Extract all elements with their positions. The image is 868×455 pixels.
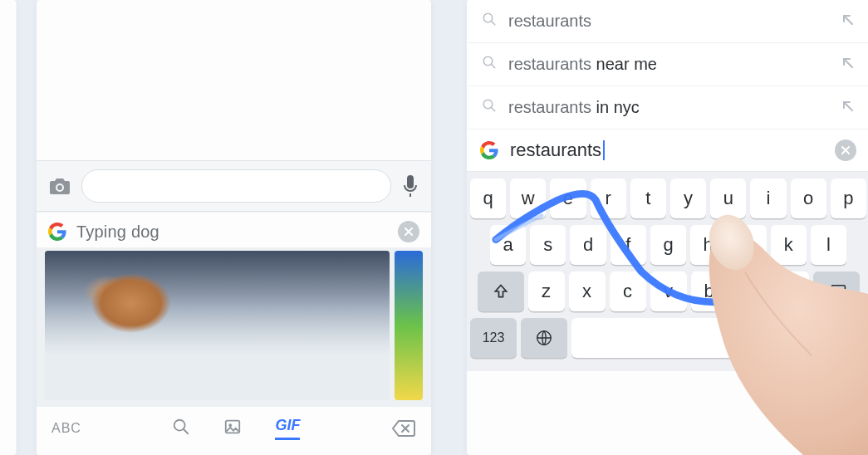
key-o[interactable]: o [791,179,826,218]
key-u[interactable]: u [710,179,746,218]
message-input-bar [37,160,431,212]
insert-arrow-icon[interactable] [841,55,855,74]
key-search[interactable]: search [778,318,866,358]
svg-line-9 [491,107,495,111]
key-q[interactable]: q [470,179,506,218]
insert-arrow-icon[interactable] [841,12,855,31]
phone-sliver [0,0,17,455]
key-m[interactable]: m [772,272,809,311]
search-input-value: restaurants [510,139,601,161]
search-tab-icon[interactable] [172,418,190,439]
chat-area [37,0,431,160]
key-backspace[interactable] [813,272,860,311]
search-icon [482,98,497,117]
backspace-icon[interactable] [391,419,416,438]
bottom-tabs: GIF [81,417,391,440]
key-x[interactable]: x [569,272,606,311]
key-j[interactable]: j [730,225,766,265]
abc-tab[interactable]: ABC [51,421,81,436]
gif-results-strip [37,247,431,407]
svg-line-1 [184,429,189,434]
clear-search-button[interactable] [398,221,419,242]
suggestion-row-1[interactable]: restaurants near me [467,43,868,86]
gif-tab[interactable]: GIF [275,417,300,440]
key-k[interactable]: k [771,225,807,265]
google-logo-icon[interactable] [48,223,66,241]
key-d[interactable]: d [570,225,606,265]
key-p[interactable]: p [831,179,866,218]
key-f[interactable]: f [611,225,646,265]
key-v[interactable]: v [650,272,687,311]
key-space[interactable] [571,318,774,358]
key-c[interactable]: c [610,272,646,311]
mic-icon[interactable] [401,174,419,198]
key-a[interactable]: a [490,225,526,265]
svg-line-7 [491,64,495,68]
key-z[interactable]: z [528,272,565,311]
search-icon [482,55,497,74]
key-shift[interactable] [478,272,524,311]
gboard-panel: Typing dog ABC GIF [37,212,431,455]
key-globe[interactable] [521,318,567,358]
key-n[interactable]: n [732,272,768,311]
key-i[interactable]: i [750,179,786,218]
gif-search-row: Typing dog [37,213,431,247]
keyboard-row-1: q w e r t y u i o p [470,179,866,218]
key-g[interactable]: g [650,225,686,265]
suggestion-text: restaurants [508,12,591,31]
suggestion-text: restaurants near me [508,55,657,74]
suggestion-row-2[interactable]: restaurants in nyc [467,86,868,130]
key-e[interactable]: e [550,179,586,218]
key-b[interactable]: b [691,272,728,311]
gif-result-1[interactable] [45,251,390,400]
search-input[interactable]: restaurants [510,139,823,161]
search-suggestions: restaurants restaurants near me restaura… [467,0,868,130]
suggestion-row-0[interactable]: restaurants [467,0,868,43]
gif-search-text[interactable]: Typing dog [76,223,388,242]
image-tab-icon[interactable] [223,418,242,439]
google-logo-icon [480,141,498,159]
qwerty-keyboard: q w e r t y u i o p a s d f g h j k l z [467,172,868,371]
key-s[interactable]: s [530,225,566,265]
key-123[interactable]: 123 [470,318,517,358]
phone-search-keyboard: restaurants restaurants near me restaura… [467,0,868,455]
keyboard-row-4: 123 search [470,318,866,358]
insert-arrow-icon[interactable] [841,98,855,117]
clear-search-button[interactable] [835,139,856,161]
key-t[interactable]: t [630,179,666,218]
svg-line-5 [491,21,495,25]
key-r[interactable]: r [591,179,626,218]
google-search-bar[interactable]: restaurants [467,130,868,172]
search-icon [482,12,497,31]
key-l[interactable]: l [811,225,846,265]
svg-point-3 [229,423,233,427]
gif-result-2[interactable] [395,251,423,400]
message-text-input[interactable] [81,169,391,203]
gboard-bottom-bar: ABC GIF [37,407,431,455]
key-w[interactable]: w [510,179,546,218]
phone-gif-search: Typing dog ABC GIF [37,0,431,455]
keyboard-row-2: a s d f g h j k l [470,225,866,265]
key-y[interactable]: y [670,179,706,218]
suggestion-text: restaurants in nyc [508,98,640,117]
camera-icon[interactable] [48,176,71,196]
keyboard-row-3: z x c v b n m [470,272,866,311]
text-caret [603,140,605,160]
key-h[interactable]: h [690,225,726,265]
